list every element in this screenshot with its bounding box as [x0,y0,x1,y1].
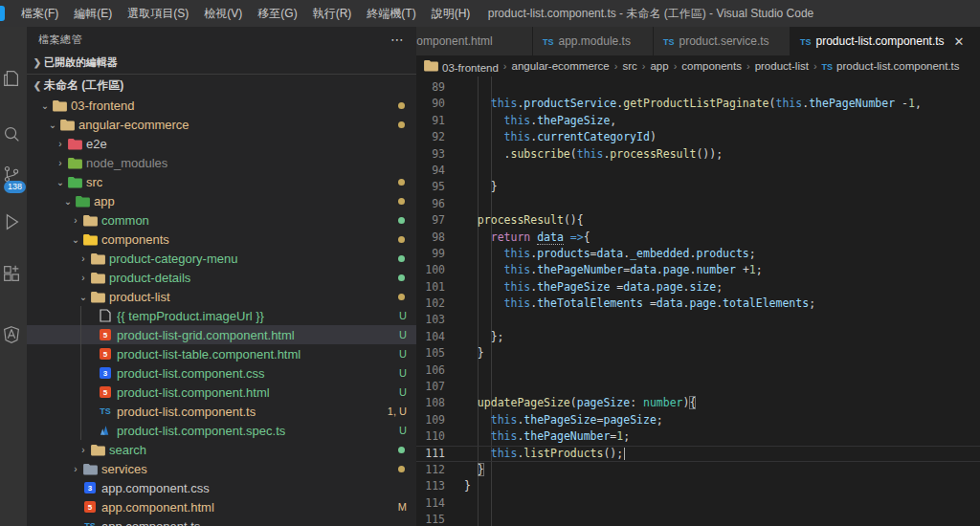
breadcrumb-item[interactable]: angular-ecommerce [512,60,610,72]
tree-item[interactable]: ›product-details [27,268,416,287]
tree-item[interactable]: ⌄product-list [27,287,416,306]
code-line[interactable]: 91 this.thePageSize, [416,113,980,129]
tree-item[interactable]: 3product-list.component.cssU [27,363,416,383]
tree-item[interactable]: TSapp.component.ts [27,516,416,526]
editor-tab[interactable]: 5app.component.html [416,27,533,55]
opened-editors-label: 已開啟的編輯器 [44,55,118,70]
files-icon[interactable] [0,63,27,94]
code-line[interactable]: 93 .subscribe(this.processResult()); [416,146,980,163]
tree-item[interactable]: ›node_modules [27,153,416,172]
opened-editors-section[interactable]: ❯ 已開啟的編輯器 [27,52,416,75]
code-line[interactable]: 114 [416,495,980,512]
code-token: size [690,280,717,294]
code-line[interactable]: 104 }; [416,329,980,345]
angular-icon[interactable] [0,319,27,350]
code-line[interactable]: 115 [416,512,980,526]
menu-item[interactable]: 檢視(V) [196,0,250,27]
tree-item[interactable]: product-list.component.spec.tsU [27,421,416,440]
code-editor[interactable]: 8990 this.productService.getProductListP… [416,77,980,526]
code-line[interactable]: 92 this.currentCategoryId) [416,129,980,145]
folder-tan-icon [90,270,105,285]
tree-item[interactable]: ›services [27,459,416,478]
tree-item[interactable]: ›e2e [27,134,416,153]
code-line[interactable]: 95 } [416,179,980,195]
editor-tab[interactable]: TSproduct.service.ts [654,27,791,55]
breadcrumb-item[interactable]: src [622,60,636,72]
source-control-icon[interactable]: 138 [0,159,27,189]
tree-item[interactable]: ⌄app [27,191,416,210]
code-line[interactable]: 111 this.listProducts(); [416,446,980,462]
code-token [464,114,504,127]
code-line[interactable]: 108 updatePageSize(pageSize: number){ [416,395,980,411]
tree-item[interactable]: ⌄03-frontend [27,96,416,115]
code-line[interactable]: 103 [416,312,980,328]
tree-item[interactable]: 5product-list-table.component.htmlU [27,344,416,363]
code-token: this [491,429,518,443]
code-line[interactable]: 94 [416,163,980,179]
editor-tab[interactable]: TSapp.module.ts [533,27,654,55]
menu-item[interactable]: 選取項目(S) [120,0,196,27]
code-line[interactable]: 110 this.thePageNumber=1; [416,428,980,445]
menu-item[interactable]: 編輯(E) [66,0,120,27]
code-line[interactable]: 101 this.thePageSize =data.page.size; [416,279,980,296]
code-token: ()); [696,147,723,161]
close-icon[interactable]: ✕ [954,34,965,49]
tree-item[interactable]: 5product-list.component.htmlU [27,383,416,402]
breadcrumb-item[interactable]: 03-frontend [424,59,499,74]
extensions-icon[interactable] [0,258,27,289]
breadcrumb-item[interactable]: product-list [755,60,809,72]
code-line[interactable]: 105 } [416,345,980,362]
editor-tab[interactable]: TSproduct-list.component.ts✕ [791,27,980,55]
code-line[interactable]: 107 [416,379,980,395]
tree-item[interactable]: ›search [27,440,416,459]
menu-item[interactable]: 檔案(F) [13,0,66,27]
breadcrumb-item[interactable]: TSproduct-list.component.ts [822,60,960,72]
code-token [464,463,478,476]
activity-bar: 138 [0,27,27,526]
git-status-dot-icon [398,466,405,472]
chevron-down-icon: ⌄ [69,234,82,245]
more-actions-icon[interactable]: ⋯ [390,32,405,47]
tree-item[interactable]: TSproduct-list.component.ts1, U [27,402,416,421]
menu-item[interactable]: 終端機(T) [359,0,423,27]
tree-item[interactable]: ›product-category-menu [27,249,416,268]
code-token [464,447,491,460]
code-line[interactable]: 99 this.products=data._embedded.products… [416,246,980,262]
tree-item[interactable]: 5app.component.htmlM [27,497,416,516]
menu-item[interactable]: 移至(G) [250,0,304,27]
code-line[interactable]: 89 [416,79,980,96]
run-debug-icon[interactable] [0,207,27,237]
breadcrumb-item[interactable]: app [650,60,668,72]
code-line[interactable]: 106 [416,362,980,379]
menu-item[interactable]: 執行(R) [305,0,360,27]
code-line[interactable]: 109 this.thePageSize=pageSize; [416,412,980,428]
code-line[interactable]: 102 this.theTotalElements =data.page.tot… [416,296,980,312]
tree-item[interactable]: ⌄src [27,172,416,191]
code-line[interactable]: 98 return data =>{ [416,230,980,246]
tree-item-label: app.component.html [101,500,214,515]
tree-item[interactable]: ›common [27,210,416,230]
code-line[interactable]: 90 this.productService.getProductListPag… [416,96,980,112]
code-line[interactable]: 112 } [416,462,980,478]
code-line[interactable]: 113} [416,478,980,494]
workspace-section[interactable]: ❮ 未命名 (工作區) [27,75,416,96]
tree-item[interactable]: {{ tempProduct.imageUrl }}U [27,306,416,325]
chevron-right-icon: › [813,60,817,72]
code-token: } [478,463,484,476]
code-token: this [775,97,802,110]
tree-item[interactable]: ⌄components [27,230,416,249]
code-line[interactable]: 97 processResult(){ [416,212,980,229]
breadcrumb-item[interactable]: components [681,60,742,72]
code-line[interactable]: 96 [416,196,980,212]
code-token: (); [603,447,623,460]
line-number: 101 [416,279,445,296]
tree-item[interactable]: 3app.component.css [27,478,416,497]
code-token: return [491,230,531,244]
tree-item[interactable]: ⌄angular-ecommerce [27,115,416,134]
search-icon[interactable] [0,119,27,149]
code-token: subscribe [510,147,569,161]
tree-item[interactable]: 5product-list-grid.component.htmlU [27,325,416,344]
code-line[interactable]: 100 this.thePageNumber=data.page.number … [416,262,980,278]
code-token: data [657,296,683,310]
css-file-icon: 3 [82,480,98,495]
